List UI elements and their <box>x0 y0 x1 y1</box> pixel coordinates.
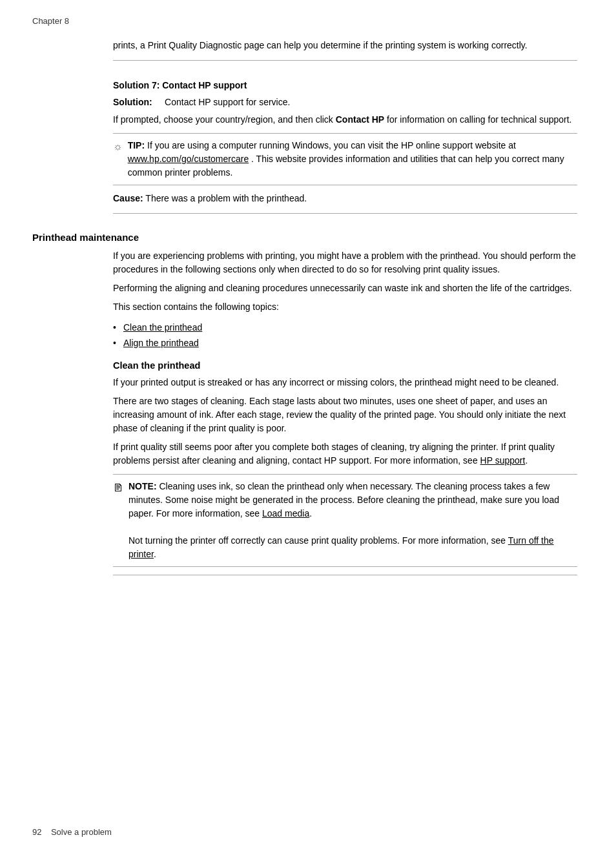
note-text1: Cleaning uses ink, so clean the printhea… <box>128 481 559 519</box>
list-item-align: Align the printhead <box>113 336 577 351</box>
divider-3 <box>113 575 577 575</box>
clean-body3: If print quality still seems poor after … <box>113 440 577 468</box>
note-label: NOTE: <box>128 481 157 491</box>
note-box: 🖹 NOTE: Cleaning uses ink, so clean the … <box>113 474 577 567</box>
solution7-body-text2: for information on calling for technical… <box>384 114 571 125</box>
footer-label: Solve a problem <box>51 827 112 837</box>
printhead-links-list: Clean the printhead Align the printhead <box>113 320 577 351</box>
tip-content: TIP: If you are using a computer running… <box>128 139 577 180</box>
tip-label: TIP: <box>128 140 145 150</box>
tip-link[interactable]: www.hp.com/go/customercare <box>128 154 249 164</box>
solution-line: Solution: Contact HP support for service… <box>113 96 577 109</box>
printhead-body2: Performing the aligning and cleaning pro… <box>113 282 577 295</box>
solution7-bold: Contact HP <box>336 114 384 125</box>
clean-printhead-link[interactable]: Clean the printhead <box>123 322 202 333</box>
list-item-clean: Clean the printhead <box>113 320 577 336</box>
load-media-link[interactable]: Load media <box>262 508 309 519</box>
hp-support-link[interactable]: HP support <box>480 455 526 466</box>
divider-2 <box>113 213 577 214</box>
solution-label: Solution: <box>113 97 152 107</box>
tip-text: If you are using a computer running Wind… <box>147 140 516 150</box>
printhead-body1: If you are experiencing problems with pr… <box>113 249 577 276</box>
solution7-block: Solution 7: Contact HP support Solution:… <box>113 80 577 214</box>
note-body2-text1: Not turning the printer off correctly ca… <box>128 535 508 546</box>
page: Chapter 8 prints, a Print Quality Diagno… <box>0 0 616 853</box>
printhead-maintenance-heading: Printhead maintenance <box>32 232 577 243</box>
align-printhead-link[interactable]: Align the printhead <box>123 338 199 348</box>
content-area: prints, a Print Quality Diagnostic page … <box>113 0 577 575</box>
tip-box: ☼ TIP: If you are using a computer runni… <box>113 133 577 185</box>
divider-1 <box>113 60 577 61</box>
clean-heading: Clean the printhead <box>113 360 577 371</box>
clean-body3-text2: . <box>525 455 528 466</box>
cause-label: Cause: <box>113 193 143 203</box>
solution-text: Contact HP support for service. <box>165 97 290 107</box>
note-body2-text2: . <box>154 549 156 559</box>
footer: 92 Solve a problem <box>32 827 112 837</box>
note-text2: . <box>309 508 312 519</box>
note-icon: 🖹 <box>113 480 123 496</box>
printhead-maintenance-block: Printhead maintenance If you are experie… <box>113 232 577 575</box>
cause-text: There was a problem with the printhead. <box>145 193 307 203</box>
solution7-body-text: If prompted, choose your country/region,… <box>113 114 336 125</box>
clean-body1: If your printed output is streaked or ha… <box>113 376 577 389</box>
solution7-body: If prompted, choose your country/region,… <box>113 113 577 127</box>
solution7-heading: Solution 7: Contact HP support <box>113 80 577 90</box>
note-content: NOTE: Cleaning uses ink, so clean the pr… <box>128 480 577 561</box>
tip-icon: ☼ <box>113 139 123 154</box>
intro-text: prints, a Print Quality Diagnostic page … <box>113 39 577 52</box>
footer-page-number: 92 <box>32 827 41 837</box>
clean-body2: There are two stages of cleaning. Each s… <box>113 395 577 435</box>
cause-line: Cause: There was a problem with the prin… <box>113 192 577 205</box>
printhead-body3: This section contains the following topi… <box>113 300 577 314</box>
chapter-label: Chapter 8 <box>32 16 69 26</box>
